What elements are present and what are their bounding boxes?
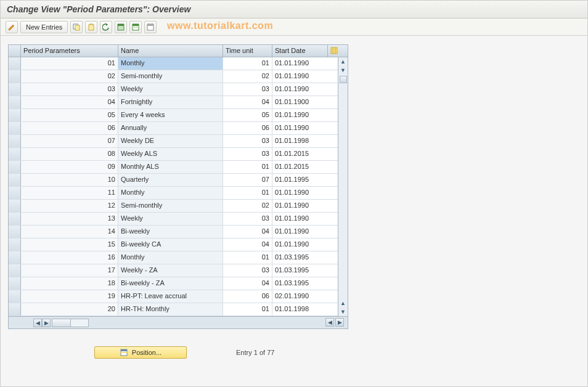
cell-start-date: 01.01.1998 (272, 135, 328, 147)
cell-name[interactable]: HR-TH: Monthly (118, 303, 223, 316)
table-row[interactable]: 05Every 4 weeks0501.01.1990 (9, 109, 348, 122)
row-selector[interactable] (9, 109, 21, 121)
cell-name[interactable]: Weekly - ZA (118, 264, 223, 277)
cell-name[interactable]: Weekly ALS (118, 148, 223, 160)
row-selector[interactable] (9, 290, 21, 303)
table-row[interactable]: 13Weekly0301.01.1990 (9, 213, 348, 226)
hscroll-track[interactable] (52, 319, 89, 327)
cell-start-date: 01.01.1990 (272, 200, 328, 212)
cell-name[interactable]: Weekly DE (118, 135, 223, 147)
cell-name[interactable]: Fortnightly (118, 96, 223, 108)
row-selector[interactable] (9, 148, 21, 160)
table-row[interactable]: 19HR-PT: Leave accrual0602.01.1990 (9, 290, 348, 303)
row-selector[interactable] (9, 135, 21, 147)
vertical-scrollbar[interactable]: ▲ ▼ ▲ ▼ (338, 57, 348, 316)
table-row[interactable]: 07Weekly DE0301.01.1998 (9, 135, 348, 148)
cell-name[interactable]: Bi-weekly CA (118, 238, 223, 251)
select-block-button[interactable] (129, 21, 142, 33)
cell-name[interactable]: Weekly (118, 213, 223, 225)
delete-button[interactable] (85, 21, 97, 33)
scroll-up-bottom-icon[interactable]: ▲ (339, 299, 348, 308)
cell-name[interactable]: Every 4 weeks (118, 109, 223, 121)
new-entries-button[interactable]: New Entries (20, 21, 68, 33)
table-row[interactable]: 04Fortnightly0401.01.1900 (9, 96, 348, 109)
row-selector[interactable] (9, 83, 21, 96)
horizontal-scrollbar[interactable]: ◀ ▶ ◀ ▶ (9, 316, 348, 328)
row-selector[interactable] (9, 264, 21, 277)
scroll-down-small-icon[interactable]: ▼ (339, 66, 348, 75)
row-selector[interactable] (9, 122, 21, 134)
row-selector[interactable] (9, 238, 21, 251)
row-selector[interactable] (9, 303, 21, 316)
row-selector[interactable] (9, 96, 21, 108)
table-row[interactable]: 14Bi-weekly0401.01.1990 (9, 226, 348, 238)
cell-name[interactable]: Semi-monthly (118, 200, 223, 212)
cell-name[interactable]: HR-PT: Leave accrual (118, 290, 223, 303)
header-period-parameters[interactable]: Period Parameters (21, 45, 118, 57)
svg-rect-7 (133, 24, 139, 26)
deselect-all-button[interactable] (144, 21, 157, 33)
position-button[interactable]: Position... (94, 346, 187, 359)
svg-rect-2 (89, 25, 94, 30)
scroll-thumb[interactable] (340, 76, 347, 83)
cell-name[interactable]: Annually (118, 122, 223, 134)
cell-name[interactable]: Weekly (118, 83, 223, 96)
cell-period-parameter: 09 (21, 161, 118, 173)
copy-as-button[interactable] (70, 21, 83, 33)
row-selector[interactable] (9, 187, 21, 199)
cell-name[interactable]: Monthly (118, 251, 223, 264)
table-row[interactable]: 01Monthly0101.01.1990 (9, 57, 348, 70)
cell-name[interactable]: Bi-weekly - ZA (118, 277, 223, 290)
scroll-right-small-icon[interactable]: ▶ (42, 319, 51, 327)
table-row[interactable]: 09Monthly ALS0101.01.2015 (9, 161, 348, 174)
table-row[interactable]: 16Monthly0101.03.1995 (9, 251, 348, 264)
cell-name[interactable]: Monthly (118, 57, 223, 70)
scroll-down-icon[interactable]: ▼ (339, 308, 348, 316)
cell-period-parameter: 16 (21, 251, 118, 264)
scroll-right-icon[interactable]: ▶ (335, 318, 344, 327)
table-row[interactable]: 03Weekly0301.01.1990 (9, 83, 348, 96)
table-row[interactable]: 12Semi-monthly0201.01.1990 (9, 200, 348, 213)
toolbar: New Entries www.tutorialkart.com (1, 18, 587, 36)
table-row[interactable]: 08Weekly ALS0301.01.2015 (9, 148, 348, 161)
cell-name[interactable]: Quarterly (118, 174, 223, 186)
table-row[interactable]: 11Monthly0101.01.1990 (9, 187, 348, 200)
header-start-date[interactable]: Start Date (272, 45, 328, 57)
header-selector[interactable] (9, 45, 21, 57)
row-selector[interactable] (9, 70, 21, 83)
hscroll-thumb[interactable] (52, 319, 71, 327)
cell-period-parameter: 14 (21, 226, 118, 238)
select-all-button[interactable] (115, 21, 127, 33)
toggle-display-change-button[interactable] (6, 21, 18, 33)
row-selector[interactable] (9, 251, 21, 264)
table-row[interactable]: 02Semi-monthly0201.01.1990 (9, 70, 348, 83)
cell-name[interactable]: Monthly ALS (118, 161, 223, 173)
scroll-left-end-icon[interactable]: ◀ (325, 318, 334, 327)
row-selector[interactable] (9, 161, 21, 173)
configure-columns-button[interactable] (328, 45, 339, 57)
row-selector[interactable] (9, 200, 21, 212)
cell-name[interactable]: Semi-monthly (118, 70, 223, 83)
table-row[interactable]: 06Annually0601.01.1990 (9, 122, 348, 135)
scroll-up-icon[interactable]: ▲ (339, 57, 348, 66)
row-selector[interactable] (9, 213, 21, 225)
table-row[interactable]: 17Weekly - ZA0301.03.1995 (9, 264, 348, 277)
cell-name[interactable]: Bi-weekly (118, 226, 223, 238)
row-selector[interactable] (9, 226, 21, 238)
header-time-unit[interactable]: Time unit (223, 45, 272, 57)
undo-change-button[interactable] (100, 21, 112, 33)
header-name[interactable]: Name (118, 45, 223, 57)
table-row[interactable]: 20HR-TH: Monthly0101.01.1998 (9, 303, 348, 316)
cell-start-date: 01.01.1990 (272, 122, 328, 134)
table-row[interactable]: 10Quarterly0701.01.1995 (9, 174, 348, 187)
row-selector[interactable] (9, 57, 21, 70)
row-selector[interactable] (9, 174, 21, 186)
row-selector[interactable] (9, 277, 21, 290)
scroll-left-icon[interactable]: ◀ (33, 319, 42, 327)
table-row[interactable]: 18Bi-weekly - ZA0401.03.1995 (9, 277, 348, 290)
table-row[interactable]: 15Bi-weekly CA0401.01.1990 (9, 238, 348, 251)
sap-window: Change View "Period Parameters": Overvie… (0, 0, 588, 387)
cell-name[interactable]: Monthly (118, 187, 223, 199)
cell-period-parameter: 07 (21, 135, 118, 147)
cell-start-date: 01.01.1995 (272, 174, 328, 186)
